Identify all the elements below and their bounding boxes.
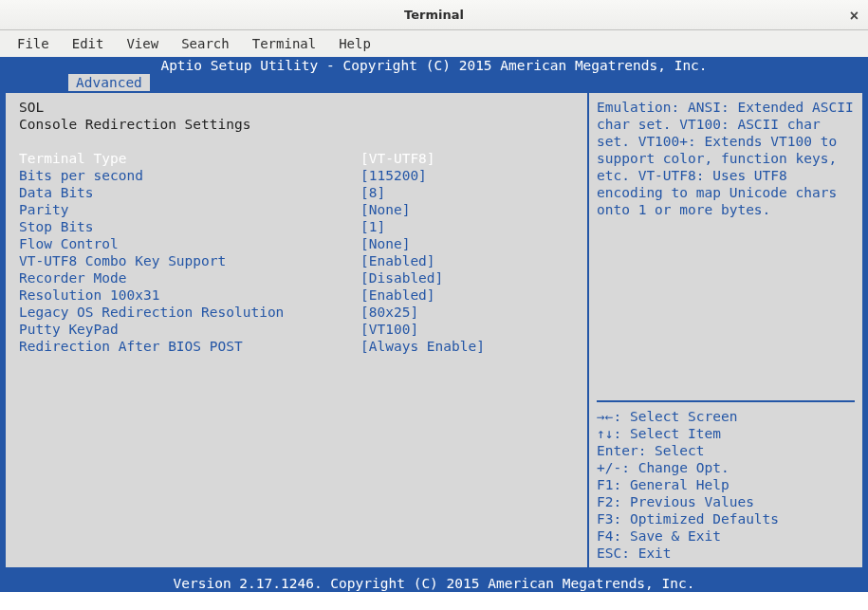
setting-value: [None]: [360, 201, 410, 218]
setting-row[interactable]: Putty KeyPad[VT100]: [19, 321, 582, 338]
divider: [597, 400, 855, 402]
menu-view[interactable]: View: [117, 32, 168, 55]
setting-value: [Disabled]: [360, 269, 443, 287]
setting-value: [Enabled]: [360, 252, 435, 269]
spacer: [19, 133, 582, 150]
setting-row[interactable]: Flow Control[None]: [19, 235, 582, 252]
nav-f2: F2: Previous Values: [597, 493, 855, 510]
setting-value: [115200]: [360, 167, 427, 184]
nav-f4: F4: Save & Exit: [597, 527, 855, 545]
setting-label: Putty KeyPad: [19, 321, 360, 338]
nav-change-opt: +/-: Change Opt.: [597, 459, 855, 476]
menu-search[interactable]: Search: [172, 32, 239, 55]
setting-value: [1]: [360, 218, 385, 235]
setting-row[interactable]: VT-UTF8 Combo Key Support[Enabled]: [19, 252, 582, 269]
setting-label: Terminal Type: [19, 150, 360, 167]
window-title: Terminal: [404, 8, 464, 22]
help-text: Emulation: ANSI: Extended ASCII char set…: [597, 99, 855, 218]
bios-footer: Version 2.17.1246. Copyright (C) 2015 Am…: [0, 575, 868, 592]
menu-file[interactable]: File: [8, 32, 59, 55]
bios-body: SOL Console Redirection Settings Termina…: [0, 91, 868, 575]
setting-label: VT-UTF8 Combo Key Support: [19, 252, 360, 269]
setting-value: [VT100]: [360, 321, 418, 338]
setting-value: [Always Enable]: [360, 338, 485, 355]
menubar: File Edit View Search Terminal Help: [0, 30, 868, 57]
close-icon[interactable]: ×: [850, 8, 859, 25]
nav-esc: ESC: Exit: [597, 545, 855, 562]
setting-row[interactable]: Resolution 100x31[Enabled]: [19, 287, 582, 304]
nav-select-item: ↑↓: Select Item: [597, 425, 855, 442]
setting-value: [None]: [360, 235, 410, 252]
setting-label: Parity: [19, 201, 360, 218]
setting-label: Data Bits: [19, 184, 360, 201]
setting-value: [80x25]: [360, 304, 418, 321]
menu-help[interactable]: Help: [329, 32, 380, 55]
setting-row[interactable]: Recorder Mode[Disabled]: [19, 269, 582, 287]
setting-label: Bits per second: [19, 167, 360, 184]
menu-terminal[interactable]: Terminal: [243, 32, 325, 55]
section-console: Console Redirection Settings: [19, 116, 582, 133]
setting-label: Flow Control: [19, 235, 360, 252]
tab-advanced[interactable]: Advanced: [68, 74, 150, 91]
nav-select-screen: →←: Select Screen: [597, 408, 855, 425]
menu-edit[interactable]: Edit: [63, 32, 114, 55]
setting-label: Stop Bits: [19, 218, 360, 235]
setting-row[interactable]: Redirection After BIOS POST[Always Enabl…: [19, 338, 582, 355]
bios-tabrow: Advanced: [0, 74, 868, 91]
setting-label: Redirection After BIOS POST: [19, 338, 360, 355]
nav-f1: F1: General Help: [597, 476, 855, 493]
nav-enter: Enter: Select: [597, 442, 855, 459]
setting-row[interactable]: Legacy OS Redirection Resolution[80x25]: [19, 304, 582, 321]
nav-hints: →←: Select Screen ↑↓: Select Item Enter:…: [597, 408, 855, 562]
setting-row[interactable]: Stop Bits[1]: [19, 218, 582, 235]
setting-row[interactable]: Bits per second[115200]: [19, 167, 582, 184]
bios-header: Aptio Setup Utility - Copyright (C) 2015…: [0, 57, 868, 74]
setting-value: [8]: [360, 184, 385, 201]
setting-row[interactable]: Terminal Type[VT-UTF8]: [19, 150, 582, 167]
section-sol: SOL: [19, 99, 582, 116]
bios-settings-panel: SOL Console Redirection Settings Termina…: [6, 91, 589, 569]
terminal-area: Aptio Setup Utility - Copyright (C) 2015…: [0, 57, 868, 610]
bios-help-panel: Emulation: ANSI: Extended ASCII char set…: [589, 91, 862, 569]
setting-value: [VT-UTF8]: [360, 150, 435, 167]
setting-label: Legacy OS Redirection Resolution: [19, 304, 360, 321]
setting-label: Recorder Mode: [19, 269, 360, 287]
setting-row[interactable]: Parity[None]: [19, 201, 582, 218]
setting-label: Resolution 100x31: [19, 287, 360, 304]
setting-row[interactable]: Data Bits[8]: [19, 184, 582, 201]
nav-f3: F3: Optimized Defaults: [597, 510, 855, 527]
setting-value: [Enabled]: [360, 287, 435, 304]
window-titlebar: Terminal ×: [0, 0, 868, 30]
